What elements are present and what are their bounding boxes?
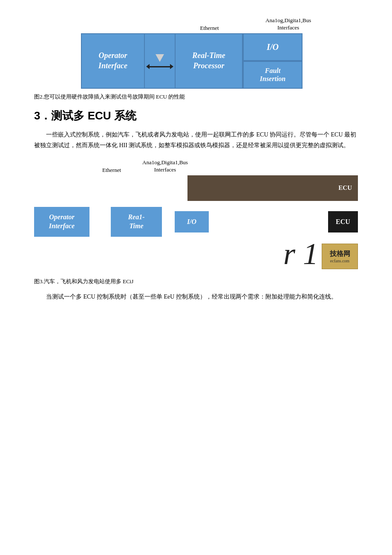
- fault-insertion-block: Fault Insertion: [243, 61, 303, 89]
- diagram1-box: Operator Interface Real-Time Processor: [81, 33, 311, 89]
- diagram2: Ethernet Ana1og,Digita1,Bus Interfaces E…: [34, 159, 358, 269]
- caption1: 图2.您可以使用硬件故障插入来测试信号故障期间 ECU 的性能: [34, 93, 358, 101]
- watermark-top: 技格网: [330, 250, 350, 259]
- analog-label1: Ana1og,Digita1,Bus Interfaces: [265, 17, 311, 32]
- fault-text: Fault Insertion: [260, 67, 285, 83]
- down-arrow-icon: [156, 54, 164, 62]
- io-block: I/O: [243, 33, 303, 61]
- diagram2-bottom: Operator Interface Rea1- Time I/O ECU: [34, 207, 358, 237]
- caption2: 图3.汽车，飞机和风力发电站使用多 ECiJ: [34, 278, 358, 285]
- para2: 当测试一个多 ECU 控制系统时（甚至一些单 EeU 控制系统），经常出现两个需…: [34, 291, 358, 302]
- ethernet-label1: Ethernet: [200, 25, 219, 32]
- section3-heading: 3．测试多 ECU 系统: [34, 108, 358, 123]
- lr-arrow-icon: [149, 66, 170, 67]
- r1-text: r 1: [283, 238, 318, 269]
- watermark-box: 技格网 ecfans.com: [322, 244, 358, 269]
- ecu-block2: ECU: [328, 211, 358, 232]
- right-stack: I/O Fault Insertion: [243, 33, 303, 89]
- watermark-url: ecfans.com: [330, 259, 349, 263]
- analog-label2: Ana1og,Digita1,Bus Interfaces: [142, 159, 188, 174]
- operator-interface-block: Operator Interface: [81, 33, 145, 89]
- ethernet-label2: Ethernet: [102, 167, 121, 174]
- realtime-text: Real-Time Processor: [192, 51, 225, 71]
- ecu-dark-band: ECU: [187, 175, 358, 201]
- io-block2: I/O: [175, 211, 209, 232]
- operator-interface-text: Operator Interface: [98, 51, 127, 71]
- operator-interface-block2: Operator Interface: [34, 207, 89, 237]
- realtime-block2: Rea1- Time: [111, 207, 162, 237]
- diagram1: Ethernet Ana1og,Digita1,Bus Interfaces O…: [34, 17, 358, 89]
- section3-para1: 一些嵌入式控制系统，例如汽车，飞机或者风力发电站，使用一起联网工作的多 ECU …: [34, 129, 358, 151]
- realtime-processor-block: Real-Time Processor: [175, 33, 243, 89]
